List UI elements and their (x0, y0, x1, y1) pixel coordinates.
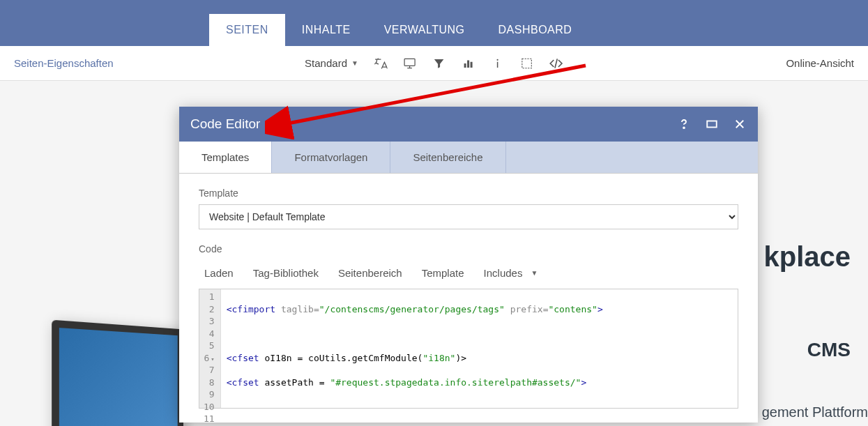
hero-title-fragment: kplace (763, 241, 851, 273)
code-label: Code (199, 243, 738, 254)
modal-title: Code Editor (190, 116, 260, 132)
tab-templates[interactable]: Templates (179, 142, 272, 173)
svg-rect-5 (497, 61, 498, 67)
tab-dashboard[interactable]: DASHBOARD (482, 14, 589, 46)
hero-image (52, 320, 183, 426)
info-icon[interactable] (491, 56, 505, 70)
code-editor-modal: Code Editor Templates Formatvorlagen Sei… (179, 107, 758, 423)
select-area-icon[interactable] (520, 56, 534, 70)
help-icon[interactable] (677, 117, 691, 131)
tab-verwaltung[interactable]: VERWALTUNG (367, 14, 482, 46)
svg-rect-1 (464, 63, 466, 68)
template-select[interactable]: Website | Default Template (199, 204, 738, 229)
tool-includes[interactable]: Includes ▼ (484, 267, 538, 279)
svg-rect-2 (467, 60, 469, 68)
modal-tabs: Templates Formatvorlagen Seitenbereiche (179, 142, 758, 174)
tool-seitenbereich[interactable]: Seitenbereich (338, 267, 402, 279)
maximize-icon[interactable] (705, 117, 719, 131)
code-editor-icon[interactable] (549, 56, 563, 70)
svg-rect-3 (471, 61, 473, 67)
translate-icon[interactable] (374, 56, 388, 70)
modal-header: Code Editor (179, 107, 758, 142)
chevron-down-icon: ▼ (351, 59, 358, 67)
tab-formatvorlagen[interactable]: Formatvorlagen (272, 142, 390, 173)
viewmode-label: Standard (305, 57, 347, 69)
code-content[interactable]: <cfimport taglib="/contenscms/generator/… (221, 289, 738, 408)
top-nav: SEITEN INHALTE VERWALTUNG DASHBOARD (0, 0, 868, 46)
tool-tag-bibliothek[interactable]: Tag-Bibliothek (253, 267, 319, 279)
subnav: Seiten-Eigenschaften Standard ▼ Online-A… (0, 46, 868, 81)
viewmode-dropdown[interactable]: Standard ▼ (305, 57, 358, 69)
svg-rect-0 (404, 59, 415, 66)
svg-rect-6 (522, 59, 532, 68)
code-editor-area[interactable]: 12345678910111213 <cfimport taglib="/con… (199, 289, 738, 409)
svg-rect-8 (707, 121, 717, 128)
template-label: Template (199, 188, 738, 199)
online-view-link[interactable]: Online-Ansicht (786, 57, 854, 69)
hero-subtitle-fragment: CMS (807, 339, 851, 361)
filter-icon[interactable] (432, 56, 446, 70)
svg-point-7 (683, 127, 685, 128)
close-icon[interactable] (733, 117, 747, 131)
hero-body-fragment: gement PlattformWebsites, Intran (762, 402, 868, 426)
tab-seitenbereiche[interactable]: Seitenbereiche (390, 142, 505, 173)
stats-icon[interactable] (462, 56, 475, 70)
line-gutter: 12345678910111213 (199, 289, 221, 408)
svg-point-4 (497, 59, 498, 60)
tab-inhalte[interactable]: INHALTE (285, 14, 367, 46)
code-toolbar: Laden Tag-Bibliothek Seitenbereich Templ… (199, 260, 738, 289)
tab-seiten[interactable]: SEITEN (209, 14, 285, 46)
tool-laden[interactable]: Laden (204, 267, 234, 279)
tool-template[interactable]: Template (422, 267, 464, 279)
page-properties-link[interactable]: Seiten-Eigenschaften (14, 57, 114, 69)
device-preview-icon[interactable] (403, 56, 417, 70)
chevron-down-icon: ▼ (531, 269, 538, 277)
